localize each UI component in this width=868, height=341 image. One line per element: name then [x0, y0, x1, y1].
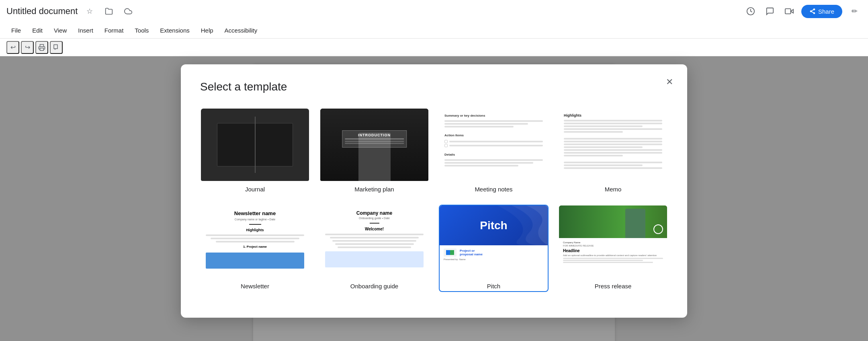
pitch-sub-preview: Presented by: Name — [444, 258, 544, 261]
svg-rect-2 — [785, 9, 791, 14]
newsletter-title-preview: Newsletter name — [234, 210, 276, 216]
doc-title: Untitled document — [6, 6, 78, 16]
press-headline-preview: Headline — [563, 249, 663, 253]
template-card-marketing[interactable]: INTRODUCTION Marketing plan — [319, 108, 429, 195]
template-thumbnail-pitch: Pitch Project or proposal name — [440, 205, 548, 278]
menu-extensions[interactable]: Extensions — [155, 25, 194, 36]
template-card-meeting[interactable]: Summary or key decisions Action Items — [439, 108, 549, 195]
template-card-journal[interactable]: Journal — [200, 108, 310, 195]
share-button[interactable]: Share — [801, 5, 842, 18]
template-card-press[interactable]: Company Name FOR IMMEDIATE RELEASE Headl… — [558, 205, 668, 292]
comments-icon[interactable] — [763, 4, 777, 18]
document-area: Select a template ✕ Journal — [0, 56, 868, 341]
template-thumbnail-press: Company Name FOR IMMEDIATE RELEASE Headl… — [559, 205, 667, 278]
toolbar: ↩ ↪ — [0, 39, 868, 56]
svg-rect-4 — [446, 250, 450, 255]
menu-format[interactable]: Format — [100, 25, 129, 36]
menu-insert[interactable]: Insert — [73, 25, 98, 36]
paint-format-button[interactable] — [50, 41, 63, 54]
pitch-project-preview: Project or — [460, 249, 483, 253]
template-name-memo: Memo — [559, 181, 667, 194]
menu-tools[interactable]: Tools — [130, 25, 154, 36]
cloud-icon[interactable] — [121, 4, 135, 18]
share-label: Share — [818, 8, 834, 15]
template-thumbnail-onboarding: Company name Onboarding guide • Date Wel… — [320, 205, 428, 278]
press-sub-preview: Add an optional subheadline to provide a… — [563, 254, 663, 257]
top-bar: Untitled document ☆ Share ✏ — [0, 0, 868, 23]
modal-overlay[interactable]: Select a template ✕ Journal — [0, 56, 868, 341]
edit-icon[interactable]: ✏ — [847, 4, 862, 18]
template-name-journal: Journal — [201, 181, 309, 194]
menu-bar: File Edit View Insert Format Tools Exten… — [0, 23, 868, 39]
menu-file[interactable]: File — [6, 25, 26, 36]
press-company-preview: Company Name — [563, 241, 663, 244]
template-modal: Select a template ✕ Journal — [181, 64, 687, 318]
svg-rect-5 — [450, 250, 454, 255]
template-thumbnail-memo: Highlights — [559, 109, 667, 181]
onboarding-sub-preview: Onboarding guide • Date — [359, 217, 390, 220]
template-card-newsletter[interactable]: Newsletter name Company name or tagline … — [200, 205, 310, 292]
print-button[interactable] — [35, 41, 48, 54]
template-name-newsletter: Newsletter — [201, 278, 309, 291]
template-card-onboarding[interactable]: Company name Onboarding guide • Date Wel… — [319, 205, 429, 292]
template-grid-row1: Journal INTRODUCTION — [200, 108, 668, 195]
template-thumbnail-newsletter: Newsletter name Company name or tagline … — [201, 205, 309, 278]
close-icon: ✕ — [666, 77, 673, 87]
template-thumbnail-meeting: Summary or key decisions Action Items — [440, 109, 548, 181]
press-label-preview: FOR IMMEDIATE RELEASE — [563, 244, 663, 247]
template-thumbnail-marketing: INTRODUCTION — [320, 109, 428, 181]
newsletter-sub-preview: Company name or tagline • Date — [235, 218, 275, 221]
template-card-memo[interactable]: Highlights — [558, 108, 668, 195]
menu-edit[interactable]: Edit — [27, 25, 47, 36]
pitch-logo-preview — [444, 249, 457, 257]
template-name-pitch: Pitch — [440, 278, 548, 291]
template-name-onboarding: Onboarding guide — [320, 278, 428, 291]
modal-title: Select a template — [200, 80, 668, 93]
star-icon[interactable]: ☆ — [82, 4, 97, 18]
pitch-proposal-preview: proposal name — [460, 253, 483, 256]
menu-view[interactable]: View — [49, 25, 72, 36]
template-thumbnail-journal — [201, 109, 309, 181]
meet-icon[interactable] — [782, 4, 796, 18]
menu-accessibility[interactable]: Accessibility — [220, 25, 262, 36]
template-grid-row2: Newsletter name Company name or tagline … — [200, 205, 668, 292]
svg-rect-3 — [40, 48, 44, 50]
pitch-title-preview: Pitch — [480, 219, 507, 232]
modal-close-button[interactable]: ✕ — [661, 74, 678, 90]
template-name-marketing: Marketing plan — [320, 181, 428, 194]
undo-button[interactable]: ↩ — [6, 41, 19, 54]
onboarding-company-preview: Company name — [356, 210, 392, 216]
template-card-pitch[interactable]: Pitch Project or proposal name — [439, 205, 549, 292]
template-name-meeting: Meeting notes — [440, 181, 548, 194]
menu-help[interactable]: Help — [196, 25, 218, 36]
template-name-press: Press release — [559, 278, 667, 291]
history-icon[interactable] — [743, 4, 758, 18]
svg-marker-1 — [791, 9, 793, 13]
redo-button[interactable]: ↪ — [21, 41, 34, 54]
folder-icon[interactable] — [102, 4, 116, 18]
